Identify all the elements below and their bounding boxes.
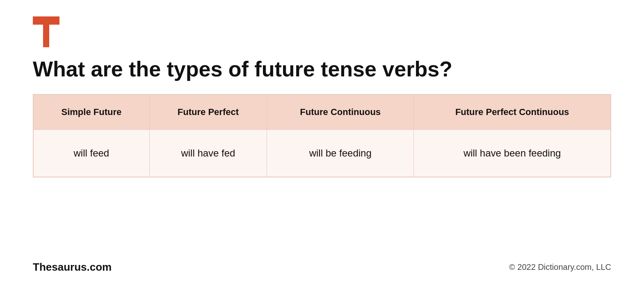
cell-future-perfect-continuous-example: will have been feeding <box>414 130 611 177</box>
site-name: Thesaurus.com <box>33 261 112 274</box>
col-header-future-continuous: Future Continuous <box>267 94 414 130</box>
col-header-future-perfect: Future Perfect <box>149 94 267 130</box>
thesaurus-logo-icon <box>33 16 59 47</box>
header-section: What are the types of future tense verbs… <box>33 16 611 177</box>
tense-table-container: Simple Future Future Perfect Future Cont… <box>33 94 611 177</box>
svg-marker-1 <box>33 25 40 47</box>
page-title: What are the types of future tense verbs… <box>33 57 611 82</box>
footer-section: Thesaurus.com © 2022 Dictionary.com, LLC <box>33 261 611 274</box>
col-header-future-perfect-continuous: Future Perfect Continuous <box>414 94 611 130</box>
cell-simple-future-example: will feed <box>34 130 150 177</box>
table-header-row: Simple Future Future Perfect Future Cont… <box>34 94 611 130</box>
logo-container <box>33 16 611 49</box>
cell-future-perfect-example: will have fed <box>149 130 267 177</box>
copyright-text: © 2022 Dictionary.com, LLC <box>509 262 611 272</box>
tense-table: Simple Future Future Perfect Future Cont… <box>33 94 611 177</box>
col-header-simple-future: Simple Future <box>34 94 150 130</box>
page-wrapper: What are the types of future tense verbs… <box>0 0 644 290</box>
cell-future-continuous-example: will be feeding <box>267 130 414 177</box>
table-data-row: will feed will have fed will be feeding … <box>34 130 611 177</box>
